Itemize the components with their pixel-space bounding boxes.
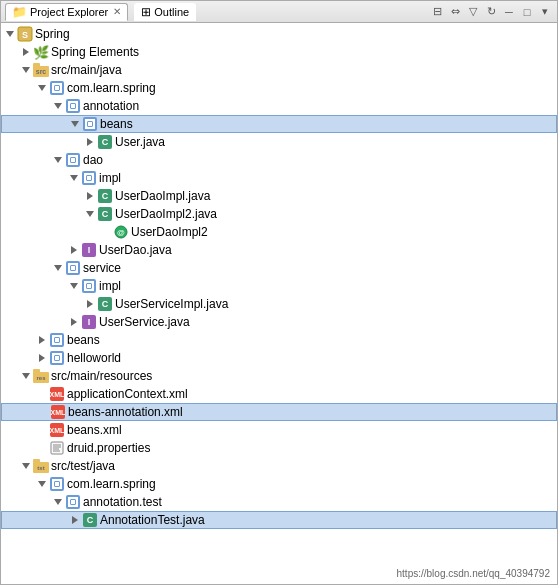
- tree-node-userdaoimpl[interactable]: C UserDaoImpl.java: [1, 187, 557, 205]
- annotation-test-label: annotation.test: [83, 495, 162, 509]
- svg-rect-3: [33, 63, 40, 67]
- tree-node-userdao[interactable]: I UserDao.java: [1, 241, 557, 259]
- toggle-userdao[interactable]: [67, 243, 81, 257]
- userdaoimpl2-icon: C: [97, 206, 113, 222]
- user-java-label: User.java: [115, 135, 165, 149]
- tab-outline[interactable]: ⊞ Outline: [134, 3, 196, 21]
- collapse-all-button[interactable]: ⊟: [429, 4, 445, 20]
- tree-node-userserviceimpl[interactable]: C UserServiceImpl.java: [1, 295, 557, 313]
- annotation-test-pkg-icon: [65, 494, 81, 510]
- svg-text:S: S: [22, 30, 28, 40]
- tree-node-service-impl[interactable]: impl: [1, 277, 557, 295]
- beans-annotation-xml-label: beans-annotation.xml: [68, 405, 183, 419]
- druid-properties-label: druid.properties: [67, 441, 150, 455]
- tree-node-beans-xml[interactable]: XML beans.xml: [1, 421, 557, 439]
- tree-node-applicationcontext[interactable]: XML applicationContext.xml: [1, 385, 557, 403]
- toggle-userdaoimpl2[interactable]: [83, 207, 97, 221]
- toggle-spring-elements[interactable]: [19, 45, 33, 59]
- tab-project-explorer[interactable]: 📁 Project Explorer ✕: [5, 3, 128, 21]
- toggle-userdaoimpl[interactable]: [83, 189, 97, 203]
- view-menu-button[interactable]: ▾: [537, 4, 553, 20]
- tree-node-com-learn-spring2[interactable]: com.learn.spring: [1, 475, 557, 493]
- toggle-helloworld[interactable]: [35, 351, 49, 365]
- spring-project-icon: S: [17, 26, 33, 42]
- tree-node-src-main-resources[interactable]: res src/main/resources: [1, 367, 557, 385]
- service-impl-pkg-icon: [81, 278, 97, 294]
- toggle-annotationtest[interactable]: [68, 513, 82, 527]
- toggle-impl[interactable]: [67, 171, 81, 185]
- no-toggle3: [36, 405, 50, 419]
- toggle-beans2[interactable]: [35, 333, 49, 347]
- close-tab-icon[interactable]: ✕: [113, 6, 121, 17]
- tree-node-userservice[interactable]: I UserService.java: [1, 313, 557, 331]
- tree-node-annotation-test[interactable]: annotation.test: [1, 493, 557, 511]
- userservice-icon: I: [81, 314, 97, 330]
- tree-node-com-learn-spring[interactable]: com.learn.spring: [1, 79, 557, 97]
- outline-label: Outline: [154, 6, 189, 18]
- outline-icon: ⊞: [141, 5, 151, 19]
- tree-node-annotationtest[interactable]: C AnnotationTest.java: [1, 511, 557, 529]
- tree-node-impl[interactable]: impl: [1, 169, 557, 187]
- toggle-annotation-test[interactable]: [51, 495, 65, 509]
- tree-node-spring[interactable]: S Spring: [1, 25, 557, 43]
- no-toggle4: [35, 423, 49, 437]
- toggle-annotation[interactable]: [51, 99, 65, 113]
- tree-node-dao[interactable]: dao: [1, 151, 557, 169]
- svg-rect-16: [33, 459, 40, 463]
- applicationcontext-xml-icon: XML: [49, 386, 65, 402]
- tree-node-spring-elements[interactable]: 🌿 Spring Elements: [1, 43, 557, 61]
- toggle-userserviceimpl[interactable]: [83, 297, 97, 311]
- toggle-src-test-java[interactable]: [19, 459, 33, 473]
- maximize-button[interactable]: □: [519, 4, 535, 20]
- userdaoimpl-icon: C: [97, 188, 113, 204]
- tree-node-src-main-java[interactable]: src src/main/java: [1, 61, 557, 79]
- filter-button[interactable]: ▽: [465, 4, 481, 20]
- tree-node-druid-properties[interactable]: druid.properties: [1, 439, 557, 457]
- toggle-service[interactable]: [51, 261, 65, 275]
- tree-node-annotation[interactable]: annotation: [1, 97, 557, 115]
- sync-button[interactable]: ↻: [483, 4, 499, 20]
- annotationtest-icon: C: [82, 512, 98, 528]
- beans2-label: beans: [67, 333, 100, 347]
- src-main-java-label: src/main/java: [51, 63, 122, 77]
- src-test-java-icon: tst: [33, 458, 49, 474]
- userdaoimpl2-member-icon: @: [113, 224, 129, 240]
- tree-node-helloworld[interactable]: helloworld: [1, 349, 557, 367]
- link-button[interactable]: ⇔: [447, 4, 463, 20]
- toggle-user[interactable]: [83, 135, 97, 149]
- svg-text:@: @: [117, 228, 125, 237]
- tree-node-userdaoimpl2-member[interactable]: @ UserDaoImpl2: [1, 223, 557, 241]
- src-main-resources-label: src/main/resources: [51, 369, 152, 383]
- tree-node-src-test-java[interactable]: tst src/test/java: [1, 457, 557, 475]
- svg-text:tst: tst: [37, 465, 44, 471]
- src-main-java-icon: src: [33, 62, 49, 78]
- applicationcontext-label: applicationContext.xml: [67, 387, 188, 401]
- no-toggle5: [35, 441, 49, 455]
- toggle-beans[interactable]: [68, 117, 82, 131]
- beans-label: beans: [100, 117, 133, 131]
- project-explorer-label: Project Explorer: [30, 6, 108, 18]
- toggle-src-main-resources[interactable]: [19, 369, 33, 383]
- tree-node-beans2[interactable]: beans: [1, 331, 557, 349]
- toggle-com-learn-spring[interactable]: [35, 81, 49, 95]
- com-learn-spring2-icon: [49, 476, 65, 492]
- tree-node-service[interactable]: service: [1, 259, 557, 277]
- userdaoimpl-label: UserDaoImpl.java: [115, 189, 210, 203]
- project-tree[interactable]: S Spring 🌿 Spring Elements src: [1, 23, 557, 584]
- spring-label: Spring: [35, 27, 70, 41]
- toggle-service-impl[interactable]: [67, 279, 81, 293]
- tree-node-beans-annotation-xml[interactable]: XML beans-annotation.xml: [1, 403, 557, 421]
- tree-node-beans[interactable]: beans: [1, 115, 557, 133]
- tree-node-userdaoimpl2[interactable]: C UserDaoImpl2.java: [1, 205, 557, 223]
- eclipse-panel: 📁 Project Explorer ✕ ⊞ Outline ⊟ ⇔ ▽ ↻ ─…: [0, 0, 558, 585]
- toggle-src-main-java[interactable]: [19, 63, 33, 77]
- toggle-spring[interactable]: [3, 27, 17, 41]
- toggle-com-learn-spring2[interactable]: [35, 477, 49, 491]
- tree-node-user-java[interactable]: C User.java: [1, 133, 557, 151]
- toggle-userservice[interactable]: [67, 315, 81, 329]
- userdaoimpl2-label: UserDaoImpl2.java: [115, 207, 217, 221]
- toggle-dao[interactable]: [51, 153, 65, 167]
- beans2-pkg-icon: [49, 332, 65, 348]
- minimize-button[interactable]: ─: [501, 4, 517, 20]
- annotation-label: annotation: [83, 99, 139, 113]
